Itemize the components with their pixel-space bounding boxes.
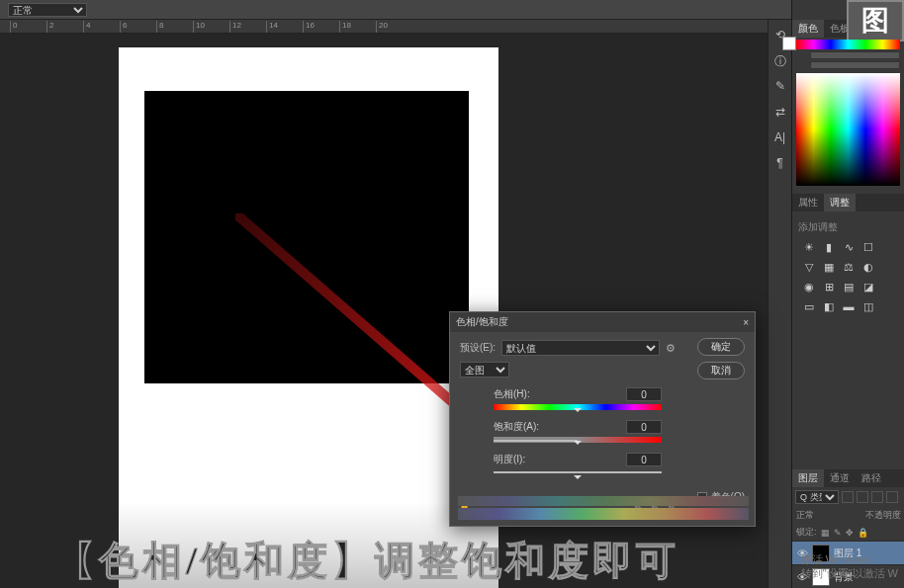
lock-paint-icon[interactable]: ✎ [834, 528, 842, 538]
color-spectrum[interactable] [796, 73, 900, 186]
adjust-panel-tabs: 属性 调整 [792, 194, 904, 211]
layer-blend-mode[interactable]: 正常 [796, 509, 814, 522]
character-icon[interactable]: A| [772, 130, 788, 146]
brightness-slider[interactable] [810, 61, 900, 69]
levels-icon[interactable]: ▮ [822, 241, 836, 255]
layer-opacity-label: 不透明度 [865, 509, 901, 522]
info-icon[interactable]: ⓘ [772, 53, 788, 69]
output-spectrum [458, 508, 749, 520]
gear-icon[interactable]: ⚙ [666, 342, 676, 355]
image-content [144, 91, 469, 383]
adjust-panel-label: 添加调整 [792, 217, 904, 237]
artboard [119, 47, 498, 588]
collapsed-panel-dock: ⟲ ⓘ ✎ ⇄ A| ¶ [768, 20, 791, 588]
saturation-value[interactable] [626, 420, 662, 434]
invert-icon[interactable]: ◪ [861, 281, 875, 294]
bw-icon[interactable]: ◐ [861, 261, 875, 275]
tab-channels[interactable]: 通道 [824, 469, 856, 487]
lock-label: 锁定: [796, 526, 817, 539]
lightness-label: 明度(I): [494, 453, 525, 466]
hue-slider[interactable] [796, 40, 900, 49]
preset-label: 预设(E): [460, 341, 496, 355]
channel-mixer-icon[interactable]: ⊞ [822, 281, 836, 294]
tab-properties[interactable]: 属性 [792, 194, 824, 211]
color-balance-icon[interactable]: ⚖ [842, 261, 856, 275]
vibrance-icon[interactable]: ▽ [802, 261, 816, 275]
lightness-slider-track[interactable] [494, 471, 662, 473]
filter-type-icon[interactable] [871, 491, 883, 503]
hue-saturation-dialog: 色相/饱和度 × 预设(E): 默认值 ⚙ 全图 色相(H): 饱和度(A): … [449, 311, 756, 527]
gradient-map-icon[interactable]: ▬ [842, 300, 856, 314]
watermark-logo: 图 [847, 0, 904, 42]
paragraph-icon[interactable]: ¶ [772, 156, 788, 172]
blend-mode-select[interactable]: 正常 [8, 3, 87, 17]
lock-transparent-icon[interactable]: ▦ [821, 528, 830, 538]
adjustments-panel: 添加调整 ☀ ▮ ∿ ☐ ▽ ▦ ⚖ ◐ ◉ ⊞ ▤ ◪ ▭ ◧ ▬ ◫ [792, 217, 904, 318]
tutorial-caption: 【色相/饱和度】调整饱和度即可 [55, 534, 679, 588]
curves-icon[interactable]: ∿ [842, 241, 856, 255]
close-icon[interactable]: × [743, 317, 749, 328]
selective-color-icon[interactable]: ◫ [861, 300, 875, 314]
horizontal-ruler: 0 2 4 6 8 10 12 14 16 18 20 [0, 20, 768, 34]
tab-layers[interactable]: 图层 [792, 469, 824, 487]
dialog-title: 色相/饱和度 [456, 315, 508, 329]
right-panels: 图 颜色 色板 属性 调整 添加调整 ☀ ▮ ∿ ☐ ▽ ▦ ⚖ ◐ ◉ ⊞ ▤… [791, 0, 904, 588]
exposure-icon[interactable]: ☐ [861, 241, 875, 255]
properties-icon[interactable]: ✎ [772, 79, 788, 95]
adjustments-icon[interactable]: ⇄ [772, 105, 788, 121]
layer-filter-select[interactable]: Q 类型 [795, 490, 839, 504]
posterize-icon[interactable]: ▭ [802, 300, 816, 314]
saturation-slider-track[interactable] [494, 437, 662, 443]
brightness-contrast-icon[interactable]: ☀ [802, 241, 816, 255]
filter-pixel-icon[interactable] [842, 491, 854, 503]
photo-filter-icon[interactable]: ◉ [802, 281, 816, 294]
filter-adjust-icon[interactable] [857, 491, 868, 503]
ok-button[interactable]: 确定 [697, 338, 745, 356]
hue-sat-icon[interactable]: ▦ [822, 261, 836, 275]
input-spectrum [458, 496, 749, 506]
hue-label: 色相(H): [494, 387, 530, 401]
lightness-value[interactable] [626, 453, 662, 466]
scope-select[interactable]: 全图 [460, 362, 509, 378]
lookup-icon[interactable]: ▤ [842, 281, 856, 294]
tab-color[interactable]: 颜色 [792, 20, 824, 38]
hue-slider-track[interactable] [494, 404, 662, 410]
threshold-icon[interactable]: ◧ [822, 300, 836, 314]
tab-paths[interactable]: 路径 [856, 469, 887, 487]
filter-shape-icon[interactable] [886, 491, 898, 503]
preset-select[interactable]: 默认值 [501, 340, 660, 356]
cancel-button[interactable]: 取消 [697, 362, 745, 379]
lock-position-icon[interactable]: ✥ [846, 528, 854, 538]
saturation-label: 饱和度(A): [494, 420, 539, 434]
lock-all-icon[interactable]: 🔒 [858, 528, 868, 538]
saturation-slider[interactable] [810, 51, 900, 59]
windows-activation-watermark: 激活 Windows 转到"设置"以激活 W [801, 552, 898, 580]
tab-adjustments[interactable]: 调整 [824, 194, 856, 211]
options-bar: 正常 [0, 0, 904, 20]
hue-value[interactable] [626, 387, 662, 401]
